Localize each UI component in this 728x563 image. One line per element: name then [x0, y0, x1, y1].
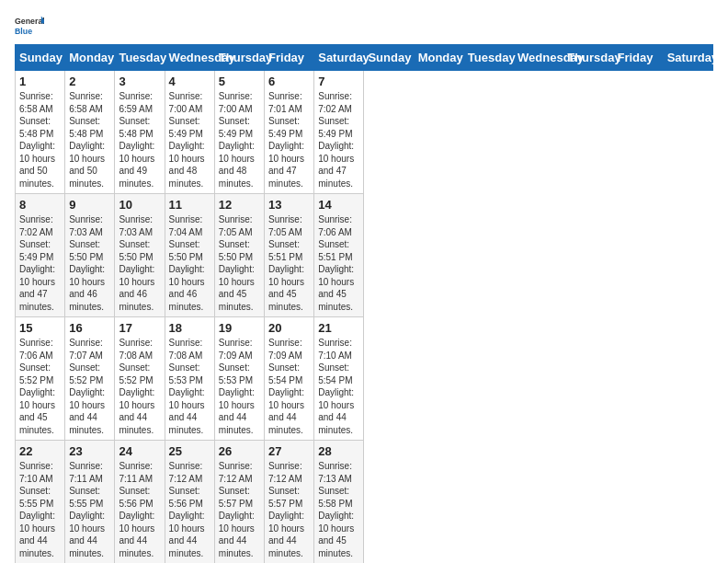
calendar-day-cell: 20Sunrise: 7:09 AM Sunset: 5:54 PM Dayli… — [265, 317, 314, 441]
svg-text:General: General — [15, 17, 44, 26]
calendar-day-cell: 24Sunrise: 7:11 AM Sunset: 5:56 PM Dayli… — [115, 441, 165, 564]
day-info: Sunrise: 7:00 AM Sunset: 5:49 PM Dayligh… — [169, 90, 210, 190]
day-info: Sunrise: 7:04 AM Sunset: 5:50 PM Dayligh… — [169, 213, 210, 313]
day-info: Sunrise: 7:10 AM Sunset: 5:54 PM Dayligh… — [318, 337, 359, 436]
day-number: 6 — [268, 75, 310, 88]
calendar-day-cell: 2Sunrise: 6:58 AM Sunset: 5:48 PM Daylig… — [65, 71, 115, 194]
calendar-day-cell: 28Sunrise: 7:13 AM Sunset: 5:58 PM Dayli… — [314, 441, 364, 564]
calendar-day-cell: 8Sunrise: 7:02 AM Sunset: 5:49 PM Daylig… — [16, 194, 65, 317]
day-info: Sunrise: 7:02 AM Sunset: 5:49 PM Dayligh… — [19, 213, 61, 313]
day-number: 15 — [19, 321, 61, 335]
calendar-day-cell: 15Sunrise: 7:06 AM Sunset: 5:52 PM Dayli… — [16, 317, 65, 441]
day-info: Sunrise: 7:08 AM Sunset: 5:52 PM Dayligh… — [119, 337, 160, 436]
day-number: 19 — [219, 321, 260, 335]
day-number: 26 — [219, 444, 260, 458]
calendar-week-row: 8Sunrise: 7:02 AM Sunset: 5:49 PM Daylig… — [16, 194, 713, 317]
day-info: Sunrise: 7:08 AM Sunset: 5:53 PM Dayligh… — [169, 337, 210, 436]
day-info: Sunrise: 7:06 AM Sunset: 5:51 PM Dayligh… — [318, 213, 359, 313]
calendar-day-cell: 13Sunrise: 7:05 AM Sunset: 5:51 PM Dayli… — [265, 194, 314, 317]
day-info: Sunrise: 7:01 AM Sunset: 5:49 PM Dayligh… — [268, 90, 310, 190]
day-number: 28 — [318, 444, 359, 458]
calendar-day-cell: 23Sunrise: 7:11 AM Sunset: 5:55 PM Dayli… — [65, 441, 115, 564]
calendar-day-cell: 4Sunrise: 7:00 AM Sunset: 5:49 PM Daylig… — [165, 71, 214, 194]
day-number: 1 — [19, 75, 61, 88]
calendar-day-header: Monday — [65, 45, 115, 71]
day-info: Sunrise: 7:07 AM Sunset: 5:52 PM Dayligh… — [69, 337, 110, 436]
calendar-day-header: Thursday — [214, 45, 264, 71]
calendar-header-row: SundayMondayTuesdayWednesdayThursdayFrid… — [16, 45, 713, 71]
calendar-day-cell: 18Sunrise: 7:08 AM Sunset: 5:53 PM Dayli… — [165, 317, 214, 441]
calendar-week-row: 1Sunrise: 6:58 AM Sunset: 5:48 PM Daylig… — [16, 71, 713, 194]
day-info: Sunrise: 7:06 AM Sunset: 5:52 PM Dayligh… — [19, 337, 61, 436]
day-number: 11 — [169, 198, 210, 212]
day-number: 13 — [268, 198, 310, 212]
calendar-day-header: Friday — [265, 45, 314, 71]
calendar-day-cell: 19Sunrise: 7:09 AM Sunset: 5:53 PM Dayli… — [214, 317, 264, 441]
calendar-day-header: Saturday — [314, 45, 364, 71]
day-info: Sunrise: 7:09 AM Sunset: 5:54 PM Dayligh… — [268, 337, 310, 436]
calendar-day-cell: 17Sunrise: 7:08 AM Sunset: 5:52 PM Dayli… — [115, 317, 165, 441]
day-of-week-header: Thursday — [563, 45, 613, 71]
day-number: 23 — [69, 444, 110, 458]
day-of-week-header: Tuesday — [463, 45, 513, 71]
day-info: Sunrise: 7:02 AM Sunset: 5:49 PM Dayligh… — [318, 90, 359, 190]
day-info: Sunrise: 7:11 AM Sunset: 5:56 PM Dayligh… — [119, 460, 160, 559]
day-of-week-header: Friday — [613, 45, 663, 71]
day-info: Sunrise: 6:58 AM Sunset: 5:48 PM Dayligh… — [69, 90, 110, 190]
calendar-day-cell: 25Sunrise: 7:12 AM Sunset: 5:56 PM Dayli… — [165, 441, 214, 564]
day-number: 22 — [19, 444, 61, 458]
day-of-week-header: Sunday — [364, 45, 414, 71]
calendar-day-cell: 21Sunrise: 7:10 AM Sunset: 5:54 PM Dayli… — [314, 317, 364, 441]
day-number: 17 — [119, 321, 160, 335]
day-number: 21 — [318, 321, 359, 335]
day-info: Sunrise: 6:58 AM Sunset: 5:48 PM Dayligh… — [19, 90, 61, 190]
day-number: 2 — [69, 75, 110, 88]
day-number: 8 — [19, 198, 61, 212]
day-number: 10 — [119, 198, 160, 212]
calendar-day-cell: 7Sunrise: 7:02 AM Sunset: 5:49 PM Daylig… — [314, 71, 364, 194]
day-of-week-header: Monday — [414, 45, 463, 71]
day-number: 27 — [268, 444, 310, 458]
day-number: 12 — [219, 198, 260, 212]
day-number: 16 — [69, 321, 110, 335]
day-number: 14 — [318, 198, 359, 212]
calendar-day-cell: 1Sunrise: 6:58 AM Sunset: 5:48 PM Daylig… — [16, 71, 65, 194]
day-info: Sunrise: 7:10 AM Sunset: 5:55 PM Dayligh… — [19, 460, 61, 559]
calendar-week-row: 15Sunrise: 7:06 AM Sunset: 5:52 PM Dayli… — [16, 317, 713, 441]
day-info: Sunrise: 7:03 AM Sunset: 5:50 PM Dayligh… — [119, 213, 160, 313]
day-of-week-header: Saturday — [663, 45, 712, 71]
day-number: 25 — [169, 444, 210, 458]
calendar-day-cell: 6Sunrise: 7:01 AM Sunset: 5:49 PM Daylig… — [265, 71, 314, 194]
calendar-day-header: Wednesday — [165, 45, 214, 71]
day-of-week-header: Wednesday — [514, 45, 563, 71]
day-info: Sunrise: 7:11 AM Sunset: 5:55 PM Dayligh… — [69, 460, 110, 559]
day-number: 18 — [169, 321, 210, 335]
calendar-day-cell: 27Sunrise: 7:12 AM Sunset: 5:57 PM Dayli… — [265, 441, 314, 564]
day-number: 7 — [318, 75, 359, 88]
calendar-day-cell: 26Sunrise: 7:12 AM Sunset: 5:57 PM Dayli… — [214, 441, 264, 564]
day-number: 24 — [119, 444, 160, 458]
calendar-day-cell: 10Sunrise: 7:03 AM Sunset: 5:50 PM Dayli… — [115, 194, 165, 317]
day-info: Sunrise: 7:13 AM Sunset: 5:58 PM Dayligh… — [318, 460, 359, 559]
day-number: 9 — [69, 198, 110, 212]
calendar-day-cell: 9Sunrise: 7:03 AM Sunset: 5:50 PM Daylig… — [65, 194, 115, 317]
day-info: Sunrise: 7:00 AM Sunset: 5:49 PM Dayligh… — [219, 90, 260, 190]
day-info: Sunrise: 7:03 AM Sunset: 5:50 PM Dayligh… — [69, 213, 110, 313]
day-info: Sunrise: 6:59 AM Sunset: 5:48 PM Dayligh… — [119, 90, 160, 190]
svg-text:Blue: Blue — [15, 27, 32, 36]
day-info: Sunrise: 7:09 AM Sunset: 5:53 PM Dayligh… — [219, 337, 260, 436]
calendar-day-cell: 3Sunrise: 6:59 AM Sunset: 5:48 PM Daylig… — [115, 71, 165, 194]
day-info: Sunrise: 7:12 AM Sunset: 5:57 PM Dayligh… — [268, 460, 310, 559]
day-info: Sunrise: 7:12 AM Sunset: 5:56 PM Dayligh… — [169, 460, 210, 559]
calendar-day-cell: 5Sunrise: 7:00 AM Sunset: 5:49 PM Daylig… — [214, 71, 264, 194]
page-header: General Blue — [15, 15, 713, 37]
calendar-table: SundayMondayTuesdayWednesdayThursdayFrid… — [15, 44, 713, 563]
day-info: Sunrise: 7:05 AM Sunset: 5:50 PM Dayligh… — [219, 213, 260, 313]
day-info: Sunrise: 7:12 AM Sunset: 5:57 PM Dayligh… — [219, 460, 260, 559]
calendar-day-cell: 11Sunrise: 7:04 AM Sunset: 5:50 PM Dayli… — [165, 194, 214, 317]
calendar-day-header: Sunday — [16, 45, 65, 71]
logo: General Blue — [15, 15, 44, 37]
calendar-day-cell: 12Sunrise: 7:05 AM Sunset: 5:50 PM Dayli… — [214, 194, 264, 317]
day-number: 4 — [169, 75, 210, 88]
generalblue-logo-icon: General Blue — [15, 15, 44, 37]
